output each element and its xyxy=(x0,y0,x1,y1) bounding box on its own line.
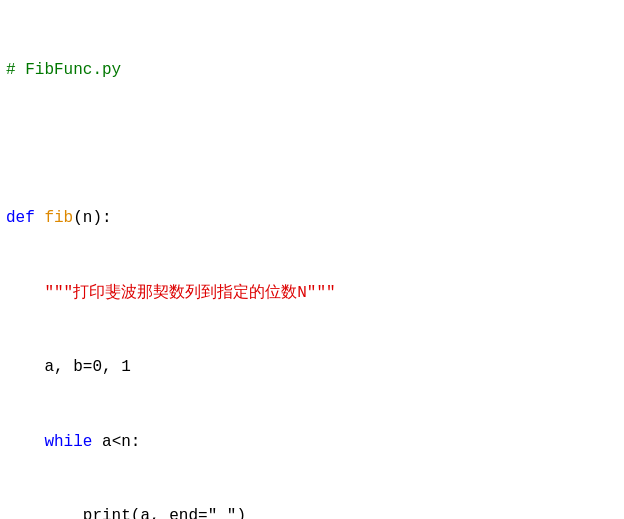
line-7: print(a, end=" ") xyxy=(6,504,618,519)
line-6: while a<n: xyxy=(6,430,618,455)
docstring: """打印斐波那契数列到指定的位数N""" xyxy=(6,284,336,302)
syntax-paren: (n): xyxy=(73,209,111,227)
line-4: """打印斐波那契数列到指定的位数N""" xyxy=(6,281,618,306)
keyword-while: while xyxy=(44,433,92,451)
line-2 xyxy=(6,132,618,157)
indent-while xyxy=(6,433,44,451)
while-cond: a<n: xyxy=(92,433,140,451)
keyword-def: def xyxy=(6,209,44,227)
line-5: a, b=0, 1 xyxy=(6,355,618,380)
line-3: def fib(n): xyxy=(6,206,618,231)
comment-fibfunc: # FibFunc.py xyxy=(6,61,121,79)
code-editor: # FibFunc.py def fib(n): """打印斐波那契数列到指定的… xyxy=(6,8,618,519)
funcname-fib: fib xyxy=(44,209,73,227)
line-1: # FibFunc.py xyxy=(6,58,618,83)
print-a: print(a, end=" ") xyxy=(6,507,246,519)
code-ab: a, b=0, 1 xyxy=(6,358,131,376)
